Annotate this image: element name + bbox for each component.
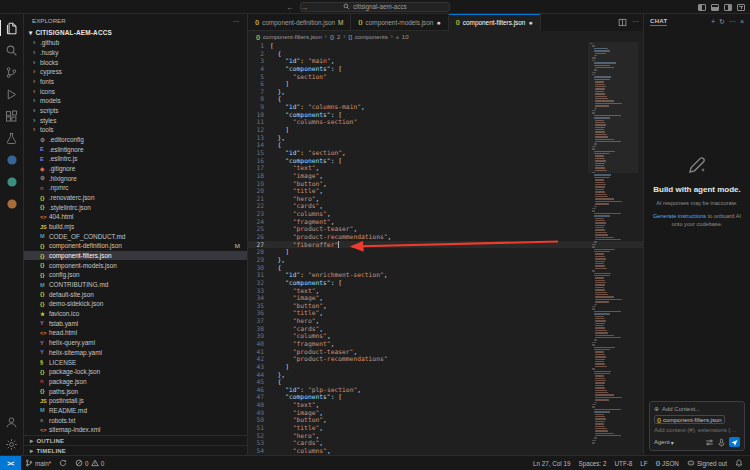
chat-more-icon[interactable]: ⋯ [729, 18, 736, 26]
tree-folder-styles[interactable]: ›styles [24, 115, 247, 125]
problems-status[interactable]: 0 0 [71, 456, 108, 470]
chat-close-icon[interactable]: × [740, 18, 744, 25]
extensions-icon[interactable] [0, 105, 24, 127]
tree-file-404.html[interactable]: <>404.html [24, 212, 247, 222]
tree-file-postinstall.js[interactable]: JSpostinstall.js [24, 396, 247, 406]
tree-file-.eslintignore[interactable]: E.eslintignore [24, 144, 247, 154]
tab-component-definition.json[interactable]: {}component-definition.jsonM [248, 14, 351, 31]
minimap[interactable] [588, 42, 638, 455]
breadcrumb-item[interactable]: component-filters.json [263, 34, 322, 40]
cursor-position-status[interactable]: Ln 27, Col 19 [529, 456, 574, 470]
tree-file-robots.txt[interactable]: ≡robots.txt [24, 415, 247, 425]
command-center-search[interactable]: citisignal-aem-accs [300, 2, 450, 12]
tree-file-demo-sidekick.json[interactable]: {}demo-sidekick.json [24, 299, 247, 309]
toggle-panel-icon[interactable] [711, 4, 719, 11]
eol-status[interactable]: LF [636, 456, 651, 470]
tree-file-CONTRIBUTING.md[interactable]: MCONTRIBUTING.md [24, 280, 247, 290]
section-outline[interactable]: ▸OUTLINE [24, 435, 247, 445]
mode-picker[interactable]: Agent ▾ [654, 439, 674, 446]
tree-folder-fonts[interactable]: ›fonts [24, 77, 247, 87]
search-icon[interactable] [0, 39, 24, 61]
remote-indicator[interactable]: >< [0, 456, 21, 470]
tree-folder-icons[interactable]: ›icons [24, 86, 247, 96]
nav-back-icon[interactable]: ← [286, 3, 294, 12]
tree-file-.npmrc[interactable]: n.npmrc [24, 183, 247, 193]
extension-blue-icon[interactable] [0, 149, 24, 171]
tree-folder-blocks[interactable]: ›blocks [24, 57, 247, 67]
tree-file-CODE_OF_CONDUCT.md[interactable]: MCODE_OF_CONDUCT.md [24, 231, 247, 241]
tree-file-favicon.ico[interactable]: ★favicon.ico [24, 309, 247, 319]
send-button[interactable] [729, 437, 740, 447]
tree-folder-.github[interactable]: ›.github [24, 38, 247, 48]
mic-icon[interactable] [717, 438, 726, 447]
tree-folder-tools[interactable]: ›tools [24, 125, 247, 135]
breadcrumb-item[interactable]: 10 [402, 34, 409, 40]
tree-file-.stylelintrc.json[interactable]: {}.stylelintrc.json [24, 202, 247, 212]
tree-file-.gitignore[interactable]: ◆.gitignore [24, 164, 247, 174]
tools-icon[interactable] [705, 438, 714, 447]
extension-teal-icon[interactable] [0, 171, 24, 193]
tree-file-.editorconfig[interactable]: ⚙.editorconfig [24, 135, 247, 145]
branch-status[interactable]: main* [21, 456, 55, 470]
testing-icon[interactable] [0, 127, 24, 149]
breadcrumb-item[interactable]: components [355, 34, 388, 40]
tree-file-config.json[interactable]: {}config.json [24, 270, 247, 280]
tab-component-models.json[interactable]: {}component-models.json● [351, 14, 448, 31]
tree-file-fstab.yaml[interactable]: Yfstab.yaml [24, 318, 247, 328]
tree-file-head.html[interactable]: <>head.html [24, 328, 247, 338]
settings-icon[interactable] [0, 433, 24, 455]
sync-status[interactable] [55, 456, 71, 470]
tree-folder-.husky[interactable]: ›.husky [24, 48, 247, 58]
new-chat-icon[interactable]: + [711, 18, 715, 25]
tab-component-filters.json[interactable]: {}component-filters.json● [449, 14, 541, 31]
tree-folder-scripts[interactable]: ›scripts [24, 106, 247, 116]
generate-instructions-link[interactable]: Generate instructions [653, 213, 706, 219]
customize-layout-icon[interactable] [737, 4, 745, 11]
tree-file-.hlxignore[interactable]: ⚙.hlxignore [24, 173, 247, 183]
tree-folder-models[interactable]: ›models [24, 96, 247, 106]
tree-file-package.json[interactable]: npackage.json [24, 377, 247, 387]
toggle-primary-sidebar-icon[interactable] [698, 4, 706, 11]
workspace-root-row[interactable]: ▾ CITISIGNAL-AEM-ACCS [24, 27, 247, 38]
accounts-icon[interactable] [0, 411, 24, 433]
section-timeline[interactable]: ▸TIMELINE [24, 445, 247, 455]
indentation-status[interactable]: Spaces: 2 [575, 456, 611, 470]
language-mode-status[interactable]: {}JSON [652, 456, 683, 470]
tree-file-.eslintrc.js[interactable]: E.eslintrc.js [24, 154, 247, 164]
copilot-status-status[interactable]: Signed out [683, 456, 731, 470]
tree-file-helix-sitemap.yaml[interactable]: Yhelix-sitemap.yaml [24, 348, 247, 358]
unsaved-dot-icon[interactable]: ● [528, 19, 532, 26]
toggle-secondary-sidebar-icon[interactable] [724, 4, 732, 11]
encoding-status[interactable]: UTF-8 [611, 456, 637, 470]
chat-history-icon[interactable]: ↻ [719, 18, 725, 26]
notifications-status[interactable] [731, 456, 747, 470]
code-editor[interactable]: 1[2 {3 "id": "main",4 "components": [5 "… [248, 42, 643, 455]
tree-file-component-models.json[interactable]: {}component-models.json [24, 260, 247, 270]
tree-file-component-definition.json[interactable]: {}component-definition.jsonM [24, 241, 247, 251]
more-actions-icon[interactable]: ⋯ [233, 17, 239, 24]
tree-file-LICENSE[interactable]: §LICENSE [24, 357, 247, 367]
tab-more-actions-icon[interactable]: ⋯ [632, 18, 639, 26]
context-file-chip[interactable]: {} component-filters.json [654, 415, 725, 424]
breadcrumb-item[interactable]: 2 [337, 34, 340, 40]
tree-file-README.md[interactable]: MREADME.md [24, 406, 247, 416]
extension-orange-icon[interactable] [0, 193, 24, 215]
tree-file-build.mjs[interactable]: JSbuild.mjs [24, 222, 247, 232]
tree-folder-cypress[interactable]: ›cypress [24, 67, 247, 77]
source-control-icon[interactable] [0, 61, 24, 83]
chat-text-input[interactable]: Add context (#), extensions (@), command… [654, 427, 740, 433]
tree-file-.renovaterc.json[interactable]: {}.renovaterc.json [24, 193, 247, 203]
tree-file-paths.json[interactable]: {}paths.json [24, 386, 247, 396]
unsaved-dot-icon[interactable]: ● [436, 19, 440, 26]
split-editor-icon[interactable] [618, 18, 627, 27]
tree-file-component-filters.json[interactable]: {}component-filters.json [24, 251, 247, 261]
run-and-debug-icon[interactable] [0, 83, 24, 105]
add-context-button[interactable]: ⊕ Add Context... [654, 405, 740, 412]
tree-file-package-lock.json[interactable]: {}package-lock.json [24, 367, 247, 377]
tree-file-sitemap-index.xml[interactable]: <>sitemap-index.xml [24, 425, 247, 435]
nav-forward-icon[interactable]: → [300, 3, 308, 12]
chat-input-box[interactable]: ⊕ Add Context... {} component-filters.js… [649, 401, 745, 451]
tree-file-helix-query.yaml[interactable]: Yhelix-query.yaml [24, 338, 247, 348]
tree-file-default-site.json[interactable]: {}default-site.json [24, 289, 247, 299]
minimap-viewport[interactable] [588, 42, 638, 173]
